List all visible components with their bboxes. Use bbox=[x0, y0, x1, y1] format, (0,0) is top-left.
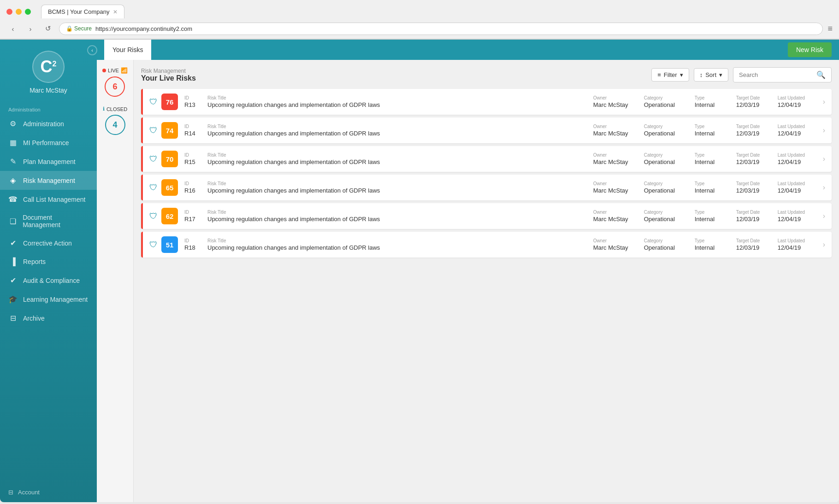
filter-icon: ≡ bbox=[657, 71, 661, 78]
shield-icon: 🛡 bbox=[149, 211, 158, 221]
risk-icon: ◈ bbox=[8, 176, 18, 185]
id-value: R14 bbox=[184, 130, 207, 137]
sidebar-item-mi-performance[interactable]: ▦ MI Performance bbox=[0, 133, 97, 152]
target-date-label: Target Date bbox=[736, 238, 778, 243]
sidebar-item-administration[interactable]: ⚙ Administration bbox=[0, 114, 97, 133]
risk-row[interactable]: 🛡 76 ID R13 Risk Title Upcoming regulati… bbox=[141, 89, 832, 115]
category-value: Operational bbox=[644, 158, 695, 165]
id-value: R18 bbox=[184, 244, 207, 251]
top-bar: Your Risks New Risk bbox=[97, 40, 839, 60]
risk-row[interactable]: 🛡 74 ID R14 Risk Title Upcoming regulati… bbox=[141, 117, 832, 143]
risk-type-field: Type Internal bbox=[695, 95, 736, 108]
sidebar-section-label: Administration bbox=[0, 101, 97, 114]
sidebar-item-corrective-action[interactable]: ✔ Corrective Action bbox=[0, 234, 97, 252]
risk-row[interactable]: 🛡 70 ID R15 Risk Title Upcoming regulati… bbox=[141, 146, 832, 172]
browser-chrome: BCMS | Your Company ✕ ‹ › ↺ 🔒 Secure htt… bbox=[0, 0, 839, 40]
category-label: Category bbox=[644, 238, 695, 243]
your-risks-tab[interactable]: Your Risks bbox=[104, 40, 151, 60]
live-count: 6 bbox=[112, 82, 117, 92]
category-label: Category bbox=[644, 210, 695, 215]
traffic-light-minimize[interactable] bbox=[16, 9, 22, 15]
id-label: ID bbox=[184, 152, 207, 158]
risk-row[interactable]: 🛡 62 ID R17 Risk Title Upcoming regulati… bbox=[141, 203, 832, 229]
address-bar[interactable]: 🔒 Secure https://yourcompany.continuity2… bbox=[59, 23, 823, 35]
sidebar-item-archive[interactable]: ⊟ Archive bbox=[0, 309, 97, 328]
risk-title-field: Risk Title Upcoming regulation changes a… bbox=[207, 152, 593, 165]
title-value: Upcoming regulation changes and implemen… bbox=[207, 187, 593, 194]
account-button[interactable]: ⊟ Account bbox=[0, 482, 97, 502]
title-label: Risk Title bbox=[207, 95, 593, 100]
shield-icon: 🛡 bbox=[149, 126, 158, 135]
tab-title: BCMS | Your Company bbox=[48, 8, 109, 15]
risk-category-field: Category Operational bbox=[644, 210, 695, 223]
sidebar-item-learning-management[interactable]: 🎓 Learning Management bbox=[0, 290, 97, 309]
user-name: Marc McStay bbox=[30, 87, 67, 94]
risk-category-field: Category Operational bbox=[644, 124, 695, 137]
sidebar-item-plan-management[interactable]: ✎ Plan Management bbox=[0, 152, 97, 171]
sort-button[interactable]: ↕ Sort ▾ bbox=[694, 68, 728, 82]
shield-icon: 🛡 bbox=[149, 154, 158, 164]
last-updated-label: Last Updated bbox=[778, 124, 819, 129]
chart-icon: ▦ bbox=[8, 138, 18, 147]
filter-button[interactable]: ≡ Filter ▾ bbox=[651, 68, 689, 82]
id-label: ID bbox=[184, 210, 207, 215]
risk-row[interactable]: 🛡 65 ID R16 Risk Title Upcoming regulati… bbox=[141, 175, 832, 200]
last-updated-label: Last Updated bbox=[778, 181, 819, 186]
forward-button[interactable]: › bbox=[24, 22, 37, 35]
new-risk-button[interactable]: New Risk bbox=[788, 42, 832, 57]
risk-category-field: Category Operational bbox=[644, 95, 695, 108]
id-label: ID bbox=[184, 181, 207, 186]
risk-type-field: Type Internal bbox=[695, 238, 736, 251]
type-label: Type bbox=[695, 210, 736, 215]
sidebar-item-call-list-management[interactable]: ☎ Call List Management bbox=[0, 190, 97, 209]
traffic-light-fullscreen[interactable] bbox=[25, 9, 31, 15]
id-value: R15 bbox=[184, 158, 207, 165]
id-value: R17 bbox=[184, 216, 207, 223]
target-date-label: Target Date bbox=[736, 124, 778, 129]
category-value: Operational bbox=[644, 101, 695, 108]
sidebar-label-audit: Audit & Compliance bbox=[23, 277, 80, 284]
tab-close-button[interactable]: ✕ bbox=[113, 9, 118, 15]
type-label: Type bbox=[695, 238, 736, 243]
risk-type-field: Type Internal bbox=[695, 152, 736, 165]
sidebar-collapse-button[interactable]: ‹ bbox=[87, 45, 97, 55]
live-count-badge[interactable]: 6 bbox=[105, 76, 125, 97]
last-updated-value: 12/04/19 bbox=[778, 101, 819, 108]
learning-icon: 🎓 bbox=[8, 295, 18, 304]
traffic-light-close[interactable] bbox=[6, 9, 12, 15]
risk-title-field: Risk Title Upcoming regulation changes a… bbox=[207, 238, 593, 251]
risk-last-updated-field: Last Updated 12/04/19 bbox=[778, 210, 819, 223]
filter-label: Filter bbox=[664, 71, 677, 78]
risk-id-field: ID R17 bbox=[184, 210, 207, 223]
sidebar-item-document-management[interactable]: ❏ Document Management bbox=[0, 209, 97, 234]
risk-owner-field: Owner Marc McStay bbox=[593, 124, 644, 137]
reload-button[interactable]: ↺ bbox=[41, 22, 54, 35]
risk-owner-field: Owner Marc McStay bbox=[593, 152, 644, 165]
search-box[interactable]: 🔍 bbox=[733, 67, 832, 82]
risk-details: ID R13 Risk Title Upcoming regulation ch… bbox=[184, 95, 819, 108]
closed-count-badge[interactable]: 4 bbox=[105, 115, 125, 135]
risk-score: 70 bbox=[161, 151, 178, 167]
risk-owner-field: Owner Marc McStay bbox=[593, 238, 644, 251]
search-input[interactable] bbox=[739, 71, 813, 78]
risk-id-field: ID R15 bbox=[184, 152, 207, 165]
sidebar-item-reports[interactable]: ▐ Reports bbox=[0, 252, 97, 271]
browser-toolbar: ‹ › ↺ 🔒 Secure https://yourcompany.conti… bbox=[0, 18, 839, 39]
sidebar-label-document: Document Management bbox=[23, 214, 89, 229]
closed-label: ℹ CLOSED bbox=[103, 106, 127, 112]
last-updated-value: 12/04/19 bbox=[778, 216, 819, 223]
risk-row[interactable]: 🛡 51 ID R18 Risk Title Upcoming regulati… bbox=[141, 232, 832, 258]
back-button[interactable]: ‹ bbox=[6, 22, 19, 35]
target-date-label: Target Date bbox=[736, 181, 778, 186]
sidebar-item-risk-management[interactable]: ◈ Risk Management bbox=[0, 171, 97, 190]
risk-type-field: Type Internal bbox=[695, 181, 736, 194]
sidebar-item-audit-compliance[interactable]: ✔ Audit & Compliance bbox=[0, 271, 97, 290]
browser-tab-active[interactable]: BCMS | Your Company ✕ bbox=[41, 5, 124, 18]
chevron-right-icon: › bbox=[823, 240, 825, 249]
owner-value: Marc McStay bbox=[593, 130, 644, 137]
risk-type-field: Type Internal bbox=[695, 210, 736, 223]
target-date-label: Target Date bbox=[736, 152, 778, 158]
target-date-label: Target Date bbox=[736, 95, 778, 100]
browser-menu-icon[interactable]: ≡ bbox=[827, 24, 833, 34]
risk-score: 62 bbox=[161, 208, 178, 224]
